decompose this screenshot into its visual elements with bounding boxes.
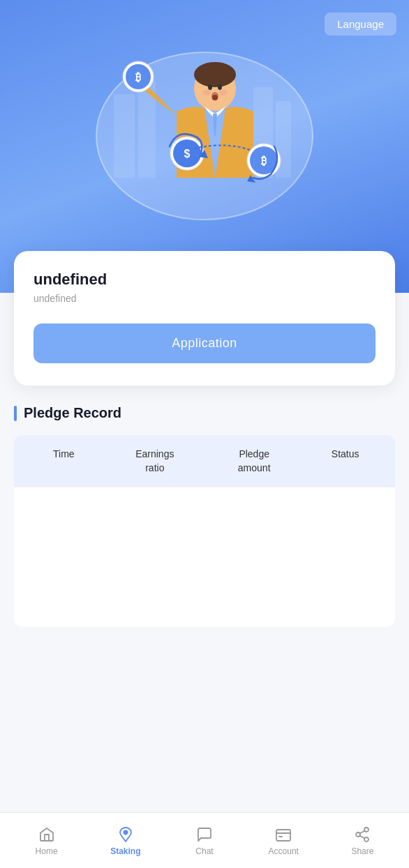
svg-rect-27 <box>276 830 290 841</box>
table-header-earnings: Earningsratio <box>105 448 204 475</box>
nav-item-account[interactable]: Account <box>244 825 323 856</box>
table-header-pledge: Pledgeamount <box>204 448 304 475</box>
info-card: undefined undefined Application <box>14 251 395 386</box>
hero-illustration: ₿ $ ₿ <box>86 35 323 230</box>
chat-icon <box>195 825 214 844</box>
svg-point-6 <box>194 62 236 87</box>
section-title: Pledge Record <box>24 405 121 421</box>
svg-text:₿: ₿ <box>135 71 141 83</box>
pledge-table: Time Earningsratio Pledgeamount Status <box>14 435 395 627</box>
nav-label-staking: Staking <box>110 846 140 856</box>
home-icon <box>38 825 56 844</box>
nav-label-home: Home <box>36 846 58 856</box>
svg-point-26 <box>124 830 127 834</box>
card-title: undefined <box>34 271 375 289</box>
language-button[interactable]: Language <box>325 13 396 36</box>
svg-text:₿: ₿ <box>261 155 267 167</box>
svg-line-31 <box>360 835 365 838</box>
table-header-time: Time <box>22 448 105 475</box>
hero-svg: ₿ $ ₿ <box>86 38 323 227</box>
svg-rect-1 <box>114 94 135 178</box>
bottom-nav: Home Staking Chat Account <box>0 812 409 868</box>
share-icon <box>353 825 371 844</box>
table-header: Time Earningsratio Pledgeamount Status <box>14 435 395 487</box>
table-body <box>14 487 395 627</box>
application-button[interactable]: Application <box>34 323 375 363</box>
svg-text:$: $ <box>184 148 191 160</box>
pledge-section: Pledge Record Time Earningsratio Pledgea… <box>0 386 409 805</box>
nav-item-home[interactable]: Home <box>7 825 86 856</box>
table-header-status: Status <box>304 448 387 475</box>
svg-line-32 <box>360 830 365 833</box>
staking-icon <box>117 825 135 844</box>
nav-item-staking[interactable]: Staking <box>86 825 165 856</box>
svg-point-10 <box>218 84 222 90</box>
nav-label-share: Share <box>351 846 373 856</box>
section-title-wrapper: Pledge Record <box>14 405 395 421</box>
account-icon <box>274 825 292 844</box>
hero-section: Language <box>0 0 409 293</box>
nav-label-account: Account <box>269 846 299 856</box>
svg-point-7 <box>202 90 211 96</box>
section-accent <box>14 406 17 421</box>
nav-item-chat[interactable]: Chat <box>165 825 244 856</box>
svg-point-8 <box>219 90 228 96</box>
card-subtitle: undefined <box>34 293 375 304</box>
nav-label-chat: Chat <box>195 846 213 856</box>
nav-item-share[interactable]: Share <box>323 825 402 856</box>
svg-point-9 <box>208 84 212 90</box>
svg-point-12 <box>212 95 218 100</box>
